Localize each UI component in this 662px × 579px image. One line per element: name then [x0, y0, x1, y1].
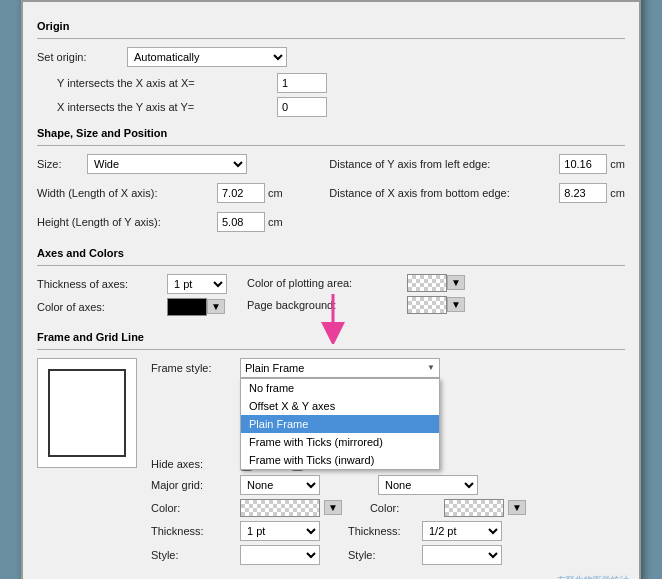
major-grid-row: Major grid: None None	[151, 475, 625, 495]
page-bg-dropdown-btn[interactable]: ▼	[447, 297, 465, 312]
color-swatch-1[interactable]	[240, 499, 320, 517]
frame-style-dropdown-trigger[interactable]: Plain Frame ▼	[240, 358, 440, 378]
major-grid-label: Major grid:	[151, 479, 236, 491]
dropdown-option-no-frame[interactable]: No frame	[241, 379, 439, 397]
height-input[interactable]	[217, 212, 265, 232]
frame-inner-border	[48, 369, 126, 457]
thickness-label-2: Thickness:	[348, 525, 418, 537]
width-row: Width (Length of X axis): cm	[37, 183, 319, 203]
format-axes-dialog: Format Axes × Frame and Origin X axis Le…	[21, 0, 641, 579]
style-select-2[interactable]	[422, 545, 502, 565]
x-intersects-input[interactable]	[277, 97, 327, 117]
width-input[interactable]	[217, 183, 265, 203]
dialog-content: Origin Set origin: Automatically Y inter…	[23, 2, 639, 579]
color-dropdown-btn-2[interactable]: ▼	[508, 500, 526, 515]
frame-style-row: Frame style: Plain Frame ▼ No frame Offs…	[151, 358, 625, 378]
dist-y-label: Distance of Y axis from left edge:	[329, 158, 559, 170]
style-label-2: Style:	[348, 549, 418, 561]
color-axes-row: Color of axes: ▼	[37, 298, 227, 316]
size-row: Size: Wide	[37, 154, 319, 174]
frame-controls: Frame style: Plain Frame ▼ No frame Offs…	[151, 358, 625, 569]
origin-section-title: Origin	[37, 20, 625, 32]
frame-style-value: Plain Frame	[245, 362, 427, 374]
page-bg-swatch[interactable]	[407, 296, 447, 314]
dist-x-row: Distance of X axis from bottom edge: cm	[329, 183, 625, 203]
frame-style-arrow: ▼	[427, 363, 435, 372]
color-dropdown-btn-1[interactable]: ▼	[324, 500, 342, 515]
color-plotting-label: Color of plotting area:	[247, 277, 407, 289]
dist-y-unit: cm	[610, 158, 625, 170]
thickness-row-1: Thickness: 1 pt Thickness: 1/2 pt	[151, 521, 625, 541]
axes-section-title: Axes and Colors	[37, 247, 625, 259]
dropdown-option-plain[interactable]: Plain Frame	[241, 415, 439, 433]
color-row-1: Color: ▼ Color: ▼	[151, 499, 625, 517]
style-row-1: Style: Style:	[151, 545, 625, 565]
x-intersects-label: X intersects the Y axis at Y=	[57, 101, 277, 113]
thickness-axes-row: Thickness of axes: 1 pt	[37, 274, 227, 294]
thickness-axes-label: Thickness of axes:	[37, 278, 167, 290]
color-swatch-2[interactable]	[444, 499, 504, 517]
major-grid-select[interactable]: None	[240, 475, 320, 495]
set-origin-dropdown[interactable]: Automatically	[127, 47, 287, 67]
style-label-1: Style:	[151, 549, 236, 561]
size-select[interactable]: Wide	[87, 154, 247, 174]
frame-style-container: Plain Frame ▼ No frame Offset X & Y axes…	[240, 358, 440, 378]
x-intersects-row: X intersects the Y axis at Y=	[57, 97, 625, 117]
thickness-select-1[interactable]: 1 pt	[240, 521, 320, 541]
arrow-indicator	[313, 294, 353, 346]
color-axes-dropdown-btn[interactable]: ▼	[207, 299, 225, 314]
frame-style-label: Frame style:	[151, 362, 236, 374]
size-label: Size:	[37, 158, 87, 170]
height-label: Height (Length of Y axis):	[37, 216, 217, 228]
color-axes-label: Color of axes:	[37, 301, 167, 313]
dist-y-input[interactable]	[559, 154, 607, 174]
thickness-select-2[interactable]: 1/2 pt	[422, 521, 502, 541]
dist-x-label: Distance of X axis from bottom edge:	[329, 187, 559, 199]
height-row: Height (Length of Y axis): cm	[37, 212, 319, 232]
width-label: Width (Length of X axis):	[37, 187, 217, 199]
dist-x-input[interactable]	[559, 183, 607, 203]
dist-y-row: Distance of Y axis from left edge: cm	[329, 154, 625, 174]
color-plotting-row: Color of plotting area: ▼	[247, 274, 465, 292]
frame-preview	[37, 358, 137, 468]
color-plotting-swatch[interactable]	[407, 274, 447, 292]
color-label-2: Color:	[370, 502, 440, 514]
set-origin-label: Set origin:	[37, 51, 127, 63]
hide-axes-label: Hide axes:	[151, 458, 236, 470]
set-origin-row: Set origin: Automatically	[37, 47, 625, 67]
color-label-1: Color:	[151, 502, 236, 514]
frame-grid-content: Frame style: Plain Frame ▼ No frame Offs…	[37, 358, 625, 569]
dropdown-option-offset[interactable]: Offset X & Y axes	[241, 397, 439, 415]
thickness-axes-select[interactable]: 1 pt	[167, 274, 227, 294]
thickness-label-1: Thickness:	[151, 525, 236, 537]
color-axes-swatch[interactable]	[167, 298, 207, 316]
style-select-1[interactable]	[240, 545, 320, 565]
dropdown-option-inward[interactable]: Frame with Ticks (inward)	[241, 451, 439, 469]
dist-x-unit: cm	[610, 187, 625, 199]
y-intersects-input[interactable]	[277, 73, 327, 93]
frame-style-dropdown-open: No frame Offset X & Y axes Plain Frame F…	[240, 378, 440, 470]
major-grid-right-select[interactable]: None	[378, 475, 478, 495]
height-unit: cm	[268, 216, 283, 228]
dropdown-option-mirrored[interactable]: Frame with Ticks (mirrored)	[241, 433, 439, 451]
color-plotting-dropdown-btn[interactable]: ▼	[447, 275, 465, 290]
page-bg-row: Page background: ▼	[247, 296, 465, 314]
set-origin-select[interactable]: Automatically	[127, 47, 287, 67]
y-intersects-label: Y intersects the X axis at X=	[57, 77, 277, 89]
width-unit: cm	[268, 187, 283, 199]
y-intersects-row: Y intersects the X axis at X=	[57, 73, 625, 93]
shape-section-title: Shape, Size and Position	[37, 127, 625, 139]
